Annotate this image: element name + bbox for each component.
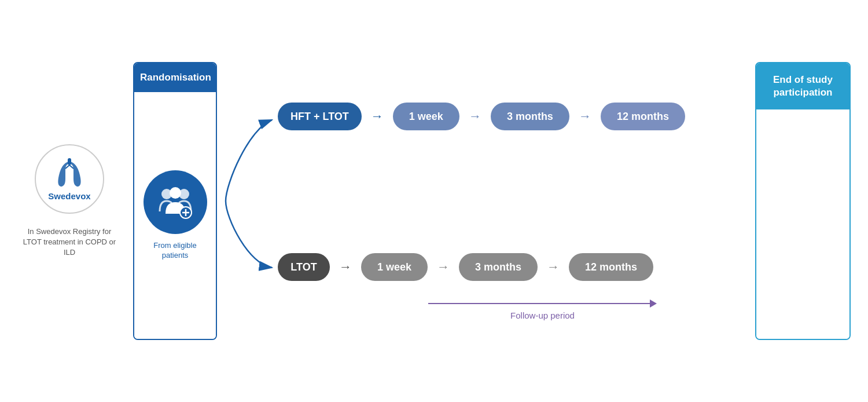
bottom-row: LTOT → 1 week → 3 months → 12 months (278, 253, 653, 281)
hft-ltot-pill: HFT + LTOT (278, 103, 362, 130)
svg-point-5 (170, 187, 181, 199)
top-3months-pill: 3 months (491, 103, 569, 130)
patients-circle (144, 170, 207, 234)
followup-line (428, 303, 650, 304)
followup-arrow-row (428, 299, 657, 308)
top-row: HFT + LTOT → 1 week → 3 months → 12 mont… (278, 103, 685, 130)
svg-rect-0 (68, 158, 71, 165)
patients-icon (155, 184, 196, 221)
logo-circle: Swedevox (35, 144, 104, 214)
randomisation-title: Randomisation (134, 63, 216, 92)
arrow-6: → (545, 260, 562, 275)
lung-icon (52, 157, 87, 189)
logo-description: In Swedevox Registry for LTOT treatment … (17, 226, 122, 258)
followup-arrowhead (650, 299, 657, 308)
end-of-study-title: End of study participation (756, 63, 849, 109)
randomisation-body: From eligible patients (134, 92, 216, 339)
top-12months-pill: 12 months (601, 103, 685, 130)
bottom-1week-pill: 1 week (361, 253, 428, 281)
bottom-12months-pill: 12 months (569, 253, 653, 281)
end-of-study-box: End of study participation (755, 62, 851, 340)
randomisation-box: Randomisation (133, 62, 217, 340)
arrow-3: → (576, 109, 594, 124)
flow-diagram: HFT + LTOT → 1 week → 3 months → 12 mont… (220, 45, 755, 357)
logo-section: Swedevox In Swedevox Registry for LTOT t… (17, 144, 122, 258)
bottom-3months-pill: 3 months (459, 253, 538, 281)
arrow-5: → (435, 260, 452, 275)
arrow-2: → (466, 109, 484, 124)
logo-name: Swedevox (48, 191, 90, 201)
main-container: Swedevox In Swedevox Registry for LTOT t… (0, 0, 868, 402)
followup-container: Follow-up period (428, 299, 657, 320)
ltot-pill: LTOT (278, 253, 330, 281)
arrow-4: → (337, 260, 354, 275)
end-of-study-body (756, 109, 849, 339)
arrow-1: → (369, 109, 386, 124)
followup-label: Follow-up period (428, 310, 657, 320)
from-eligible-text: From eligible patients (143, 241, 207, 261)
top-1week-pill: 1 week (393, 103, 459, 130)
